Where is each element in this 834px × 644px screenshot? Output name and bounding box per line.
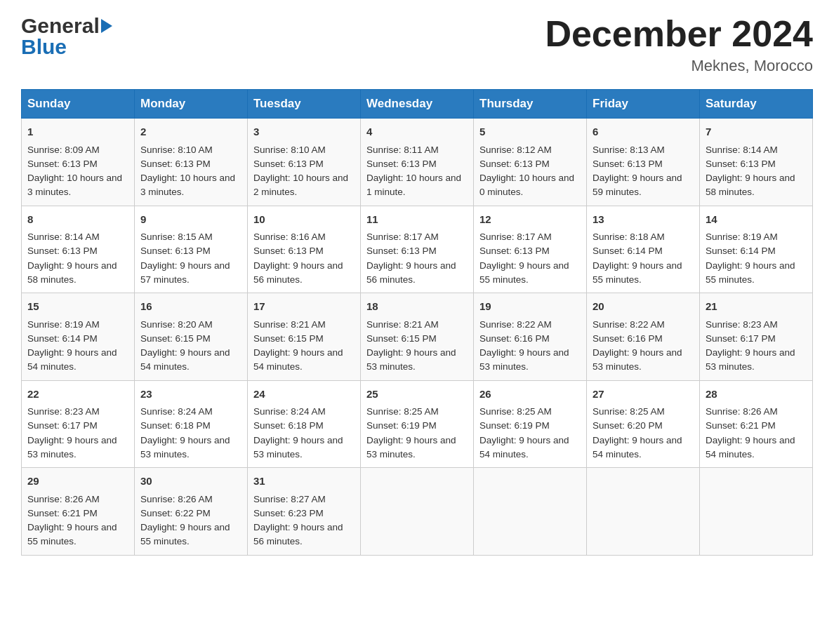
day-number: 18 xyxy=(366,299,468,315)
day-cell: 24Sunrise: 8:24 AMSunset: 6:18 PMDayligh… xyxy=(248,380,361,468)
sunrise-label: Sunrise: 8:09 AM xyxy=(27,145,100,155)
sunset-label: Sunset: 6:23 PM xyxy=(253,508,324,518)
day-cell: 9Sunrise: 8:15 AMSunset: 6:13 PMDaylight… xyxy=(135,206,248,293)
sunrise-label: Sunrise: 8:11 AM xyxy=(366,145,439,155)
sunrise-label: Sunrise: 8:19 AM xyxy=(27,319,100,330)
daylight-label: Daylight: 9 hours and 57 minutes. xyxy=(140,260,230,285)
daylight-label: Daylight: 9 hours and 53 minutes. xyxy=(593,347,682,372)
daylight-label: Daylight: 9 hours and 53 minutes. xyxy=(479,347,569,372)
sunset-label: Sunset: 6:19 PM xyxy=(366,420,437,431)
daylight-label: Daylight: 9 hours and 55 minutes. xyxy=(140,522,230,546)
day-cell: 18Sunrise: 8:21 AMSunset: 6:15 PMDayligh… xyxy=(361,293,474,381)
daylight-label: Daylight: 9 hours and 56 minutes. xyxy=(253,522,343,546)
header-day-tuesday: Tuesday xyxy=(248,90,361,119)
sunset-label: Sunset: 6:13 PM xyxy=(140,246,211,256)
daylight-label: Daylight: 9 hours and 55 minutes. xyxy=(479,260,569,285)
day-number: 5 xyxy=(479,124,581,140)
logo: General Blue xyxy=(21,14,112,59)
day-number: 14 xyxy=(706,212,807,228)
location-text: Meknes, Morocco xyxy=(545,57,813,75)
sunset-label: Sunset: 6:22 PM xyxy=(140,508,211,518)
sunrise-label: Sunrise: 8:22 AM xyxy=(479,319,552,330)
header-row: SundayMondayTuesdayWednesdayThursdayFrid… xyxy=(22,90,813,119)
sunset-label: Sunset: 6:13 PM xyxy=(479,159,550,169)
sunrise-label: Sunrise: 8:14 AM xyxy=(706,145,778,155)
title-block: December 2024 Meknes, Morocco xyxy=(545,14,813,75)
sunset-label: Sunset: 6:19 PM xyxy=(479,420,550,431)
week-row-3: 15Sunrise: 8:19 AMSunset: 6:14 PMDayligh… xyxy=(22,293,813,381)
day-cell: 10Sunrise: 8:16 AMSunset: 6:13 PMDayligh… xyxy=(248,206,361,293)
sunset-label: Sunset: 6:18 PM xyxy=(140,420,211,431)
header-day-friday: Friday xyxy=(587,90,700,119)
day-cell xyxy=(474,468,587,556)
sunrise-label: Sunrise: 8:19 AM xyxy=(706,232,778,242)
day-cell: 21Sunrise: 8:23 AMSunset: 6:17 PMDayligh… xyxy=(700,293,813,381)
day-cell: 2Sunrise: 8:10 AMSunset: 6:13 PMDaylight… xyxy=(135,119,248,206)
sunset-label: Sunset: 6:13 PM xyxy=(253,159,324,169)
sunset-label: Sunset: 6:13 PM xyxy=(253,246,324,256)
sunrise-label: Sunrise: 8:25 AM xyxy=(479,406,552,417)
sunset-label: Sunset: 6:15 PM xyxy=(253,333,324,344)
sunrise-label: Sunrise: 8:15 AM xyxy=(140,232,213,242)
sunrise-label: Sunrise: 8:21 AM xyxy=(253,319,326,330)
sunrise-label: Sunrise: 8:26 AM xyxy=(27,494,100,504)
day-number: 29 xyxy=(27,474,128,490)
day-number: 27 xyxy=(593,387,694,403)
day-number: 4 xyxy=(366,124,468,140)
day-cell: 31Sunrise: 8:27 AMSunset: 6:23 PMDayligh… xyxy=(248,468,361,556)
day-number: 9 xyxy=(140,212,241,228)
sunset-label: Sunset: 6:16 PM xyxy=(593,333,663,344)
day-number: 13 xyxy=(593,212,694,228)
day-cell: 4Sunrise: 8:11 AMSunset: 6:13 PMDaylight… xyxy=(361,119,474,206)
day-number: 2 xyxy=(140,124,241,140)
sunrise-label: Sunrise: 8:27 AM xyxy=(253,494,326,504)
day-number: 20 xyxy=(593,299,694,315)
day-cell: 20Sunrise: 8:22 AMSunset: 6:16 PMDayligh… xyxy=(587,293,700,381)
week-row-5: 29Sunrise: 8:26 AMSunset: 6:21 PMDayligh… xyxy=(22,468,813,556)
sunrise-label: Sunrise: 8:24 AM xyxy=(253,406,326,417)
header-day-thursday: Thursday xyxy=(474,90,587,119)
daylight-label: Daylight: 9 hours and 54 minutes. xyxy=(140,347,230,372)
sunrise-label: Sunrise: 8:13 AM xyxy=(593,145,665,155)
day-cell: 19Sunrise: 8:22 AMSunset: 6:16 PMDayligh… xyxy=(474,293,587,381)
sunset-label: Sunset: 6:13 PM xyxy=(706,159,776,169)
day-number: 11 xyxy=(366,212,468,228)
sunset-label: Sunset: 6:13 PM xyxy=(27,159,98,169)
daylight-label: Daylight: 9 hours and 55 minutes. xyxy=(706,260,795,285)
sunrise-label: Sunrise: 8:10 AM xyxy=(253,145,326,155)
header-day-saturday: Saturday xyxy=(700,90,813,119)
daylight-label: Daylight: 9 hours and 53 minutes. xyxy=(366,435,456,459)
sunrise-label: Sunrise: 8:24 AM xyxy=(140,406,213,417)
day-number: 22 xyxy=(27,387,128,403)
day-number: 7 xyxy=(706,124,807,140)
day-cell: 27Sunrise: 8:25 AMSunset: 6:20 PMDayligh… xyxy=(587,380,700,468)
day-cell: 8Sunrise: 8:14 AMSunset: 6:13 PMDaylight… xyxy=(22,206,135,293)
header-day-wednesday: Wednesday xyxy=(361,90,474,119)
sunrise-label: Sunrise: 8:16 AM xyxy=(253,232,326,242)
calendar-body: 1Sunrise: 8:09 AMSunset: 6:13 PMDaylight… xyxy=(22,119,813,556)
daylight-label: Daylight: 9 hours and 58 minutes. xyxy=(706,173,795,197)
sunset-label: Sunset: 6:17 PM xyxy=(27,420,98,431)
sunrise-label: Sunrise: 8:20 AM xyxy=(140,319,213,330)
day-cell xyxy=(587,468,700,556)
daylight-label: Daylight: 9 hours and 54 minutes. xyxy=(593,435,682,459)
day-number: 19 xyxy=(479,299,581,315)
day-number: 25 xyxy=(366,387,468,403)
day-number: 8 xyxy=(27,212,128,228)
sunrise-label: Sunrise: 8:12 AM xyxy=(479,145,552,155)
sunrise-label: Sunrise: 8:14 AM xyxy=(27,232,100,242)
day-cell: 16Sunrise: 8:20 AMSunset: 6:15 PMDayligh… xyxy=(135,293,248,381)
day-number: 28 xyxy=(706,387,807,403)
day-cell: 30Sunrise: 8:26 AMSunset: 6:22 PMDayligh… xyxy=(135,468,248,556)
day-number: 30 xyxy=(140,474,241,490)
sunset-label: Sunset: 6:13 PM xyxy=(593,159,663,169)
sunset-label: Sunset: 6:14 PM xyxy=(593,246,663,256)
day-number: 3 xyxy=(253,124,355,140)
day-number: 16 xyxy=(140,299,241,315)
day-cell: 23Sunrise: 8:24 AMSunset: 6:18 PMDayligh… xyxy=(135,380,248,468)
day-cell: 26Sunrise: 8:25 AMSunset: 6:19 PMDayligh… xyxy=(474,380,587,468)
day-number: 23 xyxy=(140,387,241,403)
daylight-label: Daylight: 9 hours and 53 minutes. xyxy=(253,435,343,459)
day-number: 17 xyxy=(253,299,355,315)
day-cell: 1Sunrise: 8:09 AMSunset: 6:13 PMDaylight… xyxy=(22,119,135,206)
